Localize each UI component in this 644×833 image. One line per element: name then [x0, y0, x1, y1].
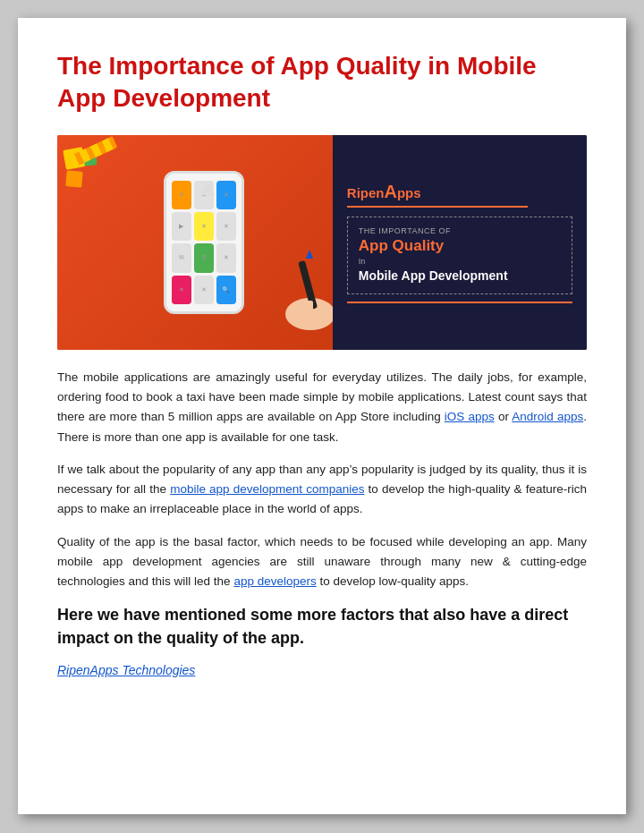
- para1-mid: or: [495, 410, 513, 423]
- app-icon-11: ✕: [194, 276, 214, 304]
- svg-rect-3: [306, 301, 313, 311]
- app-icon-5: ✕: [194, 212, 214, 241]
- hero-left-section: ✕ ✕ ✕ ▶ ✕ ✕ ✉ ⚙ ✕ ✕ ✕ 🔍: [57, 135, 333, 350]
- app-icon-4: ▶: [172, 212, 191, 241]
- brand-underline: [347, 206, 528, 208]
- hero-brand-text: RipenApps: [347, 185, 421, 200]
- phone-mockup: ✕ ✕ ✕ ▶ ✕ ✕ ✉ ⚙ ✕ ✕ ✕ 🔍: [164, 171, 244, 314]
- hero-main-text: Mobile App Development: [359, 268, 561, 284]
- arrow-decoration: [200, 181, 215, 195]
- app-icon-12: 🔍: [216, 276, 236, 304]
- brand-ripen: Ripen: [347, 185, 385, 200]
- ios-apps-link[interactable]: iOS apps: [445, 410, 495, 423]
- hero-image: ✕ ✕ ✕ ▶ ✕ ✕ ✉ ⚙ ✕ ✕ ✕ 🔍: [57, 135, 587, 350]
- mobile-dev-companies-link[interactable]: mobile app development companies: [170, 482, 364, 496]
- para3-end: to develop low-quality apps.: [317, 574, 469, 588]
- app-icon-8: ⚙: [194, 243, 214, 272]
- page-container: The Importance of App Quality in Mobile …: [18, 18, 626, 814]
- footer-link[interactable]: RipenApps Technologies: [57, 663, 195, 677]
- brand-a: A: [385, 182, 397, 201]
- app-icon-6: ✕: [216, 212, 236, 241]
- paragraph-3: Quality of the app is the basal factor, …: [57, 532, 587, 592]
- app-icon-10: ✕: [172, 276, 191, 304]
- paragraph-2: If we talk about the popularity of any a…: [57, 460, 587, 520]
- hero-right-section: RipenApps The Importance of App Quality …: [333, 135, 587, 350]
- hero-accent-text: App Quality: [359, 237, 561, 255]
- app-icon-3: ✕: [216, 181, 236, 209]
- svg-marker-2: [306, 250, 313, 259]
- app-icon-7: ✉: [172, 243, 191, 272]
- brand-pps: pps: [397, 185, 421, 200]
- sticky-note-2: [65, 170, 83, 188]
- app-developers-link[interactable]: app developers: [233, 574, 316, 588]
- paragraph-1: The mobile applications are amazingly us…: [57, 368, 587, 447]
- hero-text-box: The Importance of App Quality In Mobile …: [347, 217, 572, 294]
- app-icon-9: ✕: [216, 243, 236, 272]
- app-icon-1: ✕: [172, 181, 191, 209]
- hand-pen-illustration: [279, 242, 333, 332]
- android-apps-link[interactable]: Android apps: [512, 410, 583, 423]
- page-title: The Importance of App Quality in Mobile …: [57, 50, 587, 115]
- hero-in-text: In: [359, 257, 561, 266]
- bold-heading: Here we have mentioned some more factors…: [57, 604, 587, 649]
- brand-line: RipenApps: [347, 182, 421, 202]
- hero-subtitle: The Importance of: [359, 226, 561, 235]
- bottom-accent-line: [347, 302, 572, 303]
